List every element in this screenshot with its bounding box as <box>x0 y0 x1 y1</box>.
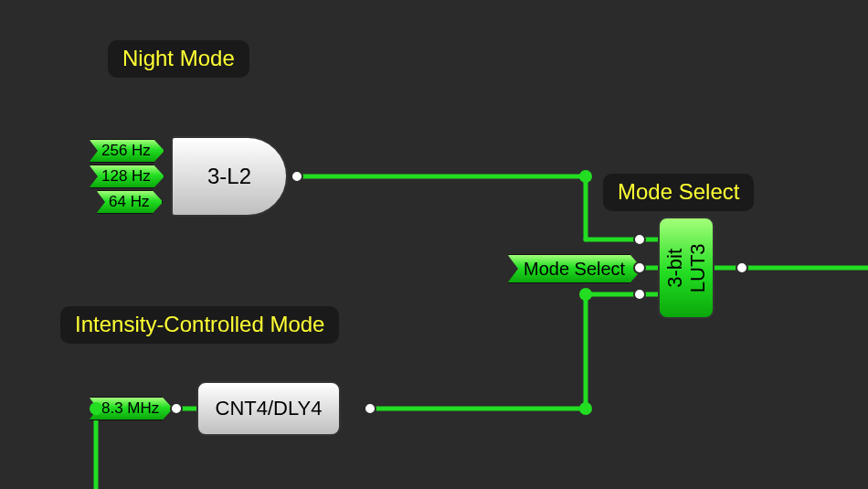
port-dot <box>633 233 646 246</box>
port-dot <box>633 288 646 301</box>
diagram-canvas: Night Mode Mode Select Intensity-Control… <box>0 0 868 489</box>
lut3-label-line2: LUT3 <box>686 243 709 292</box>
label-mode-select: Mode Select <box>603 174 754 211</box>
port-dot <box>633 261 646 274</box>
lut3-label-line1: 3-bit <box>663 249 686 288</box>
wire-junction <box>579 170 592 183</box>
label-intensity-mode: Intensity-Controlled Mode <box>60 306 339 344</box>
wire-junction <box>90 402 102 415</box>
lut3-block[interactable]: 3-bit LUT3 <box>658 217 715 319</box>
label-night-mode: Night Mode <box>108 40 249 78</box>
input-tag-64hz[interactable]: 64 Hz <box>96 190 163 214</box>
lut3-label-wrap: 3-bit LUT3 <box>663 243 710 292</box>
input-tag-256hz[interactable]: 256 Hz <box>89 139 164 163</box>
and-gate[interactable]: 3-L2 <box>171 136 288 217</box>
port-dot <box>170 402 183 415</box>
port-dot <box>736 261 748 274</box>
input-tag-128hz[interactable]: 128 Hz <box>89 165 164 188</box>
wire-junction <box>579 402 592 415</box>
port-dot <box>291 170 303 183</box>
and-gate-label: 3-L2 <box>207 164 251 189</box>
cnt-dly-block[interactable]: CNT4/DLY4 <box>196 381 341 436</box>
input-tag-mode-select[interactable]: Mode Select <box>507 254 642 283</box>
cnt-dly-label: CNT4/DLY4 <box>216 397 323 420</box>
port-dot <box>364 402 376 415</box>
wire-junction <box>579 288 592 301</box>
